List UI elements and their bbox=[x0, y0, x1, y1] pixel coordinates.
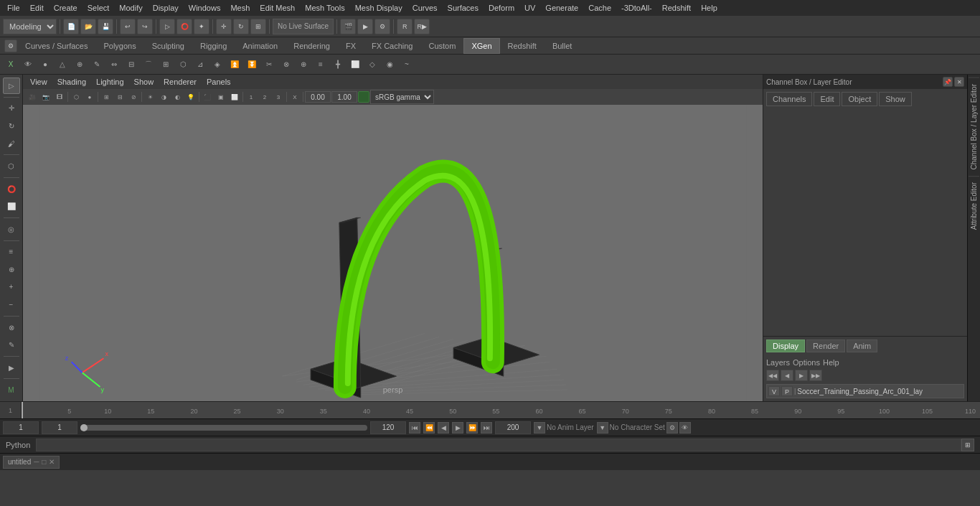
layer-btn[interactable]: ≡ bbox=[3, 243, 20, 260]
vp-val1[interactable] bbox=[305, 91, 331, 103]
vt-camera3[interactable]: 🎞 bbox=[53, 90, 66, 103]
panel-pin-btn[interactable]: 📌 bbox=[943, 77, 953, 87]
icon-connect[interactable]: ╋ bbox=[330, 57, 346, 72]
vt-persp[interactable]: ⊘ bbox=[127, 90, 140, 103]
save-file-button[interactable]: 💾 bbox=[98, 19, 113, 34]
snap-btn[interactable]: ⬡ bbox=[3, 158, 20, 174]
current-frame-field[interactable] bbox=[3, 421, 39, 434]
menu-redshift[interactable]: Redshift bbox=[658, 2, 695, 14]
vt-tex3[interactable]: ⬜ bbox=[228, 90, 241, 103]
select-tool[interactable]: ▷ bbox=[159, 19, 175, 34]
icon-xgen[interactable]: X bbox=[3, 57, 19, 72]
tab-animation[interactable]: Animation bbox=[235, 38, 286, 54]
redshift-render2[interactable]: R▶ bbox=[414, 19, 430, 34]
vt-camera[interactable]: 🎥 bbox=[26, 90, 39, 103]
icon-multi-cut[interactable]: ⊕ bbox=[296, 57, 311, 72]
disp-tab-display[interactable]: Display bbox=[766, 339, 805, 352]
rside-tab-channel-box[interactable]: Channel Box / Layer Editor bbox=[969, 78, 979, 176]
tab-polygons[interactable]: Polygons bbox=[95, 38, 143, 54]
char-set-down-btn[interactable]: ▼ bbox=[597, 422, 608, 434]
rside-tab-attribute-editor[interactable]: Attribute Editor bbox=[969, 176, 979, 235]
menu-edit-mesh[interactable]: Edit Mesh bbox=[255, 2, 299, 14]
char-set-view-btn[interactable]: 👁 bbox=[679, 422, 691, 434]
vp-menu-lighting[interactable]: Lighting bbox=[92, 76, 128, 88]
menu-cache[interactable]: Cache bbox=[584, 2, 616, 14]
layer-new-btn[interactable]: ◀◀ bbox=[766, 370, 779, 381]
redo-button[interactable]: ↪ bbox=[137, 19, 153, 34]
layer-next-btn[interactable]: ▶ bbox=[795, 370, 808, 381]
anim-start-btn[interactable]: ⏮ bbox=[409, 422, 420, 434]
layer-prev-btn[interactable]: ◀ bbox=[781, 370, 793, 381]
tab-sculpting[interactable]: Sculpting bbox=[144, 38, 192, 54]
python-input[interactable] bbox=[36, 439, 961, 451]
paint-tool-btn[interactable]: 🖌 bbox=[3, 136, 20, 152]
timeline-slider[interactable] bbox=[80, 425, 367, 431]
cb-tab-object[interactable]: Object bbox=[842, 92, 877, 106]
vt-smooth1[interactable]: 1 bbox=[245, 90, 258, 103]
menu-windows[interactable]: Windows bbox=[184, 2, 225, 14]
vt-grid[interactable]: ⊞ bbox=[100, 90, 113, 103]
icon-merge[interactable]: ◉ bbox=[382, 57, 397, 72]
panel-close-btn[interactable]: ✕ bbox=[954, 77, 964, 87]
render-settings-button[interactable]: ⚙ bbox=[374, 19, 390, 34]
menu-modify[interactable]: Modify bbox=[115, 2, 146, 14]
lasso-btn[interactable]: ⭕ bbox=[3, 181, 20, 197]
open-file-button[interactable]: 📂 bbox=[80, 19, 96, 34]
grease-pencil-btn[interactable]: ✎ bbox=[3, 337, 20, 353]
vp-menu-shading[interactable]: Shading bbox=[53, 76, 90, 88]
icon-extrude[interactable]: ⏫ bbox=[227, 57, 242, 72]
menu-mesh-tools[interactable]: Mesh Tools bbox=[301, 2, 349, 14]
vt-lighting1[interactable]: ☀ bbox=[143, 90, 156, 103]
gamma-select[interactable]: sRGB gamma bbox=[370, 90, 434, 104]
icon-lattice[interactable]: ⊟ bbox=[123, 57, 139, 72]
icon-smooth[interactable]: ⬡ bbox=[175, 57, 191, 72]
icon-fill-hole[interactable]: ⬜ bbox=[347, 57, 363, 72]
minus-btn[interactable]: − bbox=[3, 296, 20, 313]
vt-lighting3[interactable]: ◐ bbox=[171, 90, 184, 103]
menu-3dtall[interactable]: -3DtoAll- bbox=[617, 2, 656, 14]
tab-bullet[interactable]: Bullet bbox=[545, 38, 580, 54]
anim-layer-down-btn[interactable]: ▼ bbox=[534, 422, 545, 434]
vt-solid[interactable]: ● bbox=[83, 90, 96, 103]
hotbox-btn[interactable]: ⊗ bbox=[3, 319, 20, 336]
icon-bend[interactable]: ⌒ bbox=[141, 57, 156, 72]
tab-xgen[interactable]: XGen bbox=[463, 38, 499, 54]
plus-btn[interactable]: + bbox=[3, 279, 20, 296]
icon-create-primitive[interactable]: △ bbox=[55, 57, 70, 72]
icon-cut[interactable]: ✂ bbox=[261, 57, 277, 72]
menu-deform[interactable]: Deform bbox=[484, 2, 519, 14]
tab-settings-button[interactable]: ⚙ bbox=[4, 39, 17, 52]
icon-mirror[interactable]: ⇔ bbox=[106, 57, 122, 72]
timeline-ruler[interactable]: 5 10 15 20 25 30 35 40 45 50 55 60 65 70… bbox=[22, 402, 980, 418]
vp-menu-panels[interactable]: Panels bbox=[202, 76, 235, 88]
move-tool[interactable]: ✛ bbox=[216, 19, 232, 34]
vp-menu-view[interactable]: View bbox=[26, 76, 52, 88]
window-close-btn[interactable]: ✕ bbox=[49, 458, 55, 466]
vp-val2[interactable] bbox=[331, 91, 357, 103]
menu-select[interactable]: Select bbox=[83, 2, 114, 14]
window-minimize-btn[interactable]: ─ bbox=[34, 458, 39, 466]
quick-btn[interactable]: ⊕ bbox=[3, 261, 20, 278]
icon-offset-edge[interactable]: ≡ bbox=[313, 57, 329, 72]
layer-v-btn[interactable]: V bbox=[768, 386, 780, 396]
tab-curves-surfaces[interactable]: Curves / Surfaces bbox=[17, 38, 95, 54]
icon-shading[interactable]: ● bbox=[37, 57, 53, 72]
layer-last-btn[interactable]: ▶▶ bbox=[809, 370, 822, 381]
menu-uv[interactable]: UV bbox=[520, 2, 540, 14]
frame-range-start[interactable] bbox=[42, 421, 77, 434]
tab-custom[interactable]: Custom bbox=[421, 38, 464, 54]
layers-menu-help[interactable]: Help bbox=[823, 358, 839, 367]
ipr-render-button[interactable]: ▶ bbox=[357, 19, 373, 34]
workspace-select[interactable]: Modeling bbox=[3, 19, 57, 34]
playblast-btn[interactable]: ▶ bbox=[3, 360, 20, 376]
vt-ortho[interactable]: ⊟ bbox=[113, 90, 126, 103]
cb-tab-channels[interactable]: Channels bbox=[766, 92, 812, 106]
icon-bevel[interactable]: ◈ bbox=[209, 57, 225, 72]
icon-subdivide[interactable]: ⊿ bbox=[192, 57, 208, 72]
vt-smooth3[interactable]: 3 bbox=[272, 90, 285, 103]
icon-target-weld[interactable]: ⊗ bbox=[278, 57, 294, 72]
vp-menu-renderer[interactable]: Renderer bbox=[159, 76, 201, 88]
anim-end-btn[interactable]: ⏭ bbox=[481, 422, 492, 434]
menu-file[interactable]: File bbox=[3, 2, 24, 14]
char-set-options-btn[interactable]: ⚙ bbox=[666, 422, 678, 434]
